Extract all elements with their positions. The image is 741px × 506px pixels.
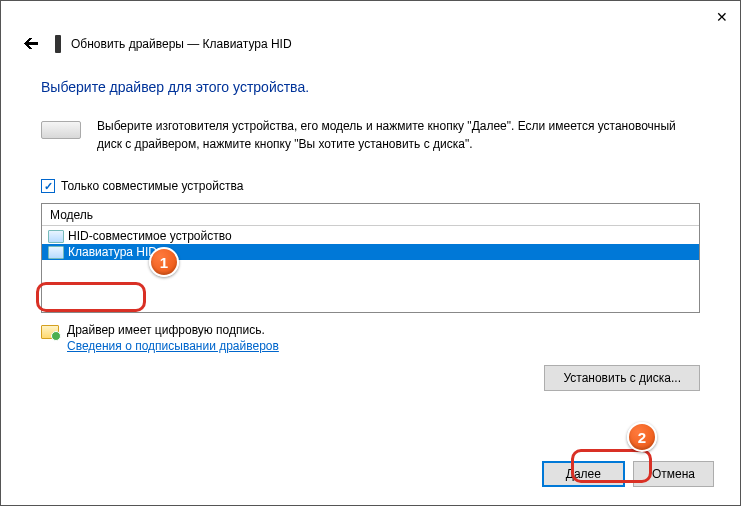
keyboard-icon bbox=[41, 121, 81, 139]
list-item[interactable]: HID-совместимое устройство bbox=[42, 228, 699, 244]
page-title: Выберите драйвер для этого устройства. bbox=[41, 79, 700, 95]
signature-row: Драйвер имеет цифровую подпись. Сведения… bbox=[41, 323, 700, 353]
install-from-disk-button[interactable]: Установить с диска... bbox=[544, 365, 700, 391]
check-icon: ✓ bbox=[44, 180, 53, 193]
compatible-checkbox[interactable]: ✓ bbox=[41, 179, 55, 193]
annotation-badge: 2 bbox=[627, 422, 657, 452]
signature-text-block: Драйвер имеет цифровую подпись. Сведения… bbox=[67, 323, 700, 353]
instruction-row: Выберите изготовителя устройства, его мо… bbox=[41, 117, 700, 153]
list-item-label: HID-совместимое устройство bbox=[68, 229, 232, 243]
dialog-window: ✕ 🡨 Обновить драйверы — Клавиатура HID В… bbox=[0, 0, 741, 506]
back-arrow-icon[interactable]: 🡨 bbox=[17, 33, 45, 55]
device-list-icon bbox=[48, 246, 64, 259]
footer-buttons: Далее Отмена bbox=[542, 461, 714, 487]
device-list-icon bbox=[48, 230, 64, 243]
header-title: Обновить драйверы — Клавиатура HID bbox=[71, 37, 292, 51]
model-header: Модель bbox=[42, 204, 699, 226]
instruction-text: Выберите изготовителя устройства, его мо… bbox=[97, 117, 700, 153]
compatible-checkbox-label: Только совместимые устройства bbox=[61, 179, 243, 193]
signature-title: Драйвер имеет цифровую подпись. bbox=[67, 323, 700, 337]
header-row: 🡨 Обновить драйверы — Клавиатура HID bbox=[1, 33, 740, 61]
list-item-label: Клавиатура HID bbox=[68, 245, 157, 259]
annotation-badge: 1 bbox=[149, 247, 179, 277]
device-icon bbox=[55, 35, 61, 53]
content-area: Выберите драйвер для этого устройства. В… bbox=[1, 61, 740, 353]
signature-info-link[interactable]: Сведения о подписывании драйверов bbox=[67, 339, 279, 353]
close-icon[interactable]: ✕ bbox=[716, 9, 728, 25]
compatible-checkbox-row: ✓ Только совместимые устройства bbox=[41, 179, 700, 193]
model-list: HID-совместимое устройство Клавиатура HI… bbox=[42, 226, 699, 260]
titlebar: ✕ bbox=[1, 1, 740, 33]
certificate-icon bbox=[41, 325, 59, 339]
next-button[interactable]: Далее bbox=[542, 461, 625, 487]
cancel-button[interactable]: Отмена bbox=[633, 461, 714, 487]
list-item[interactable]: Клавиатура HID bbox=[42, 244, 699, 260]
model-listbox: Модель HID-совместимое устройство Клавиа… bbox=[41, 203, 700, 313]
